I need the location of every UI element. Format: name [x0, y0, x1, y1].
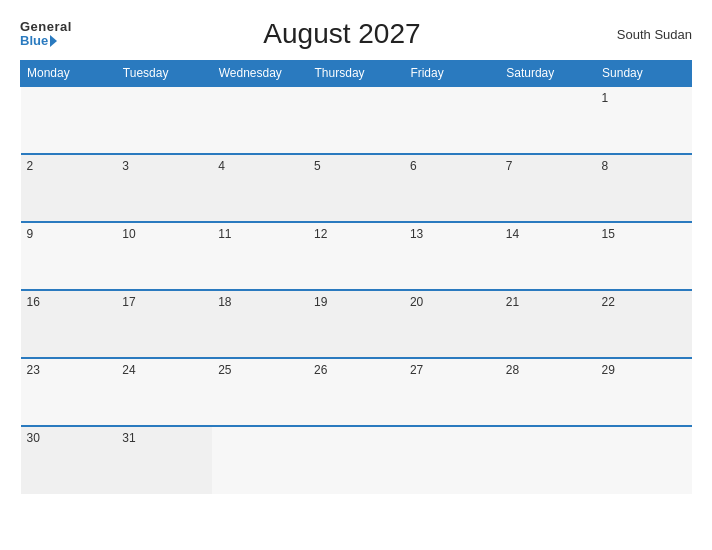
calendar-day-cell: 15 — [596, 222, 692, 290]
calendar-week-row: 1 — [21, 86, 692, 154]
calendar-day-cell: 9 — [21, 222, 117, 290]
calendar-day-cell: 8 — [596, 154, 692, 222]
day-number: 30 — [27, 431, 111, 445]
calendar-day-cell — [116, 86, 212, 154]
calendar-day-cell — [404, 426, 500, 494]
day-number: 17 — [122, 295, 206, 309]
calendar-week-row: 9101112131415 — [21, 222, 692, 290]
day-number: 9 — [27, 227, 111, 241]
calendar-day-cell — [212, 426, 308, 494]
day-number: 7 — [506, 159, 590, 173]
calendar-day-cell: 1 — [596, 86, 692, 154]
calendar-day-cell: 16 — [21, 290, 117, 358]
weekday-header-row: Monday Tuesday Wednesday Thursday Friday… — [21, 61, 692, 87]
calendar-day-cell: 20 — [404, 290, 500, 358]
calendar-day-cell: 28 — [500, 358, 596, 426]
calendar-day-cell: 5 — [308, 154, 404, 222]
logo-general-text: General — [20, 20, 72, 34]
header-wednesday: Wednesday — [212, 61, 308, 87]
calendar-title: August 2027 — [72, 18, 612, 50]
header-friday: Friday — [404, 61, 500, 87]
calendar-page: General Blue August 2027 South Sudan Mon… — [0, 0, 712, 550]
calendar-week-row: 3031 — [21, 426, 692, 494]
calendar-day-cell — [404, 86, 500, 154]
calendar-week-row: 23242526272829 — [21, 358, 692, 426]
calendar-day-cell: 18 — [212, 290, 308, 358]
day-number: 18 — [218, 295, 302, 309]
country-label: South Sudan — [612, 27, 692, 42]
header-saturday: Saturday — [500, 61, 596, 87]
header-thursday: Thursday — [308, 61, 404, 87]
day-number: 29 — [602, 363, 686, 377]
day-number: 21 — [506, 295, 590, 309]
calendar-day-cell: 26 — [308, 358, 404, 426]
calendar-day-cell: 27 — [404, 358, 500, 426]
day-number: 14 — [506, 227, 590, 241]
header-sunday: Sunday — [596, 61, 692, 87]
calendar-day-cell: 24 — [116, 358, 212, 426]
header-tuesday: Tuesday — [116, 61, 212, 87]
day-number: 1 — [602, 91, 686, 105]
header: General Blue August 2027 South Sudan — [20, 18, 692, 50]
day-number: 5 — [314, 159, 398, 173]
calendar-week-row: 16171819202122 — [21, 290, 692, 358]
day-number: 15 — [602, 227, 686, 241]
logo-triangle-icon — [50, 35, 57, 47]
calendar-day-cell — [308, 86, 404, 154]
calendar-day-cell — [500, 426, 596, 494]
calendar-day-cell — [596, 426, 692, 494]
day-number: 6 — [410, 159, 494, 173]
calendar-week-row: 2345678 — [21, 154, 692, 222]
day-number: 27 — [410, 363, 494, 377]
day-number: 3 — [122, 159, 206, 173]
calendar-day-cell: 10 — [116, 222, 212, 290]
calendar-day-cell: 6 — [404, 154, 500, 222]
day-number: 4 — [218, 159, 302, 173]
calendar-day-cell: 11 — [212, 222, 308, 290]
calendar-day-cell: 12 — [308, 222, 404, 290]
calendar-day-cell: 21 — [500, 290, 596, 358]
calendar-day-cell: 17 — [116, 290, 212, 358]
calendar-day-cell: 19 — [308, 290, 404, 358]
calendar-day-cell: 14 — [500, 222, 596, 290]
day-number: 8 — [602, 159, 686, 173]
day-number: 26 — [314, 363, 398, 377]
calendar-table: Monday Tuesday Wednesday Thursday Friday… — [20, 60, 692, 494]
day-number: 28 — [506, 363, 590, 377]
day-number: 24 — [122, 363, 206, 377]
day-number: 20 — [410, 295, 494, 309]
calendar-day-cell — [500, 86, 596, 154]
logo: General Blue — [20, 20, 72, 49]
day-number: 12 — [314, 227, 398, 241]
calendar-day-cell: 22 — [596, 290, 692, 358]
day-number: 31 — [122, 431, 206, 445]
calendar-day-cell: 23 — [21, 358, 117, 426]
calendar-day-cell: 31 — [116, 426, 212, 494]
day-number: 25 — [218, 363, 302, 377]
calendar-day-cell: 13 — [404, 222, 500, 290]
header-monday: Monday — [21, 61, 117, 87]
calendar-day-cell: 3 — [116, 154, 212, 222]
calendar-day-cell — [21, 86, 117, 154]
calendar-day-cell: 30 — [21, 426, 117, 494]
day-number: 23 — [27, 363, 111, 377]
calendar-day-cell — [212, 86, 308, 154]
logo-blue-text: Blue — [20, 34, 72, 48]
day-number: 11 — [218, 227, 302, 241]
calendar-day-cell: 7 — [500, 154, 596, 222]
day-number: 19 — [314, 295, 398, 309]
calendar-day-cell — [308, 426, 404, 494]
calendar-day-cell: 2 — [21, 154, 117, 222]
calendar-day-cell: 4 — [212, 154, 308, 222]
day-number: 13 — [410, 227, 494, 241]
day-number: 16 — [27, 295, 111, 309]
day-number: 10 — [122, 227, 206, 241]
calendar-day-cell: 25 — [212, 358, 308, 426]
calendar-day-cell: 29 — [596, 358, 692, 426]
day-number: 22 — [602, 295, 686, 309]
day-number: 2 — [27, 159, 111, 173]
